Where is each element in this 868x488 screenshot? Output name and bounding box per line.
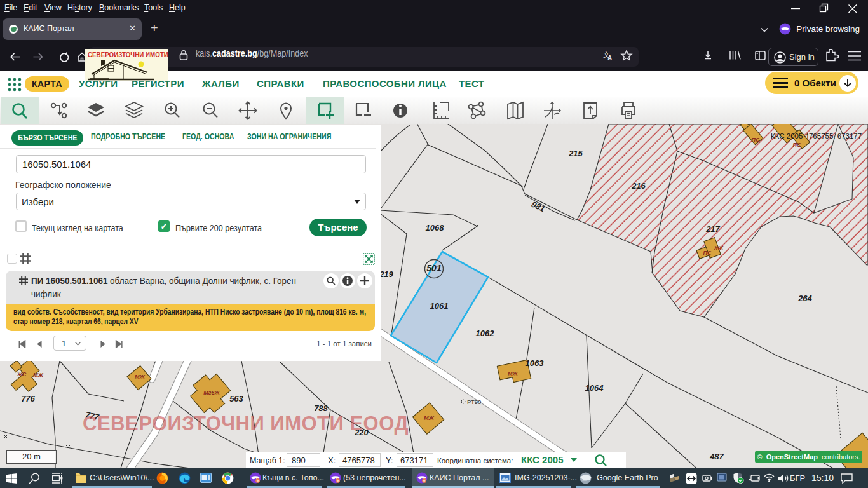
svg-text:A: A xyxy=(607,55,612,62)
svg-text:1061: 1061 xyxy=(430,301,449,311)
svg-text:501: 501 xyxy=(426,263,442,273)
svg-text:776: 776 xyxy=(21,394,35,403)
svg-text:РТ90: РТ90 xyxy=(467,398,481,405)
svg-text:ПС: ПС xyxy=(752,137,760,143)
svg-text:563: 563 xyxy=(229,394,243,403)
svg-text:788: 788 xyxy=(314,403,328,413)
svg-text:ЖС: ЖС xyxy=(17,371,27,377)
svg-text:487: 487 xyxy=(709,452,724,461)
svg-text:СЕВЕРОИЗТОЧНИ ИМОТИ ЕООД: СЕВЕРОИЗТОЧНИ ИМОТИ ЕООД xyxy=(83,412,409,435)
svg-text:МЖ: МЖ xyxy=(33,372,43,378)
svg-text:МЖ: МЖ xyxy=(135,374,145,380)
svg-text:1063: 1063 xyxy=(526,358,545,368)
svg-text:Мг6Ж: Мг6Ж xyxy=(203,390,220,396)
svg-text:1064: 1064 xyxy=(585,383,604,393)
svg-text:1062: 1062 xyxy=(476,329,495,338)
svg-text:217: 217 xyxy=(705,224,720,234)
svg-text:МЖ: МЖ xyxy=(508,370,518,377)
svg-text:215: 215 xyxy=(568,149,583,158)
svg-text:1068: 1068 xyxy=(426,223,445,233)
svg-text:ПС: ПС xyxy=(793,142,801,148)
svg-text:264: 264 xyxy=(797,294,812,303)
svg-text:ККС 2005 4765755, 673177: ККС 2005 4765755, 673177 xyxy=(771,132,862,140)
svg-text:216: 216 xyxy=(631,181,646,191)
svg-text:ПС: ПС xyxy=(703,250,712,256)
svg-text:МЖ: МЖ xyxy=(424,415,434,421)
svg-text:ЖК: ЖК xyxy=(714,245,724,251)
